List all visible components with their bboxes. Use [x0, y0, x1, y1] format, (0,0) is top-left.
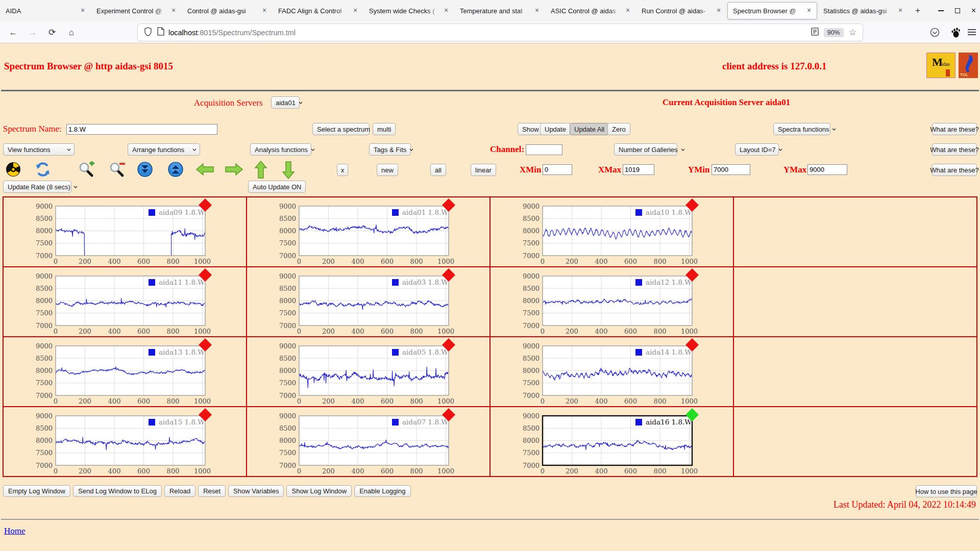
- reload-icon[interactable]: ⟳: [45, 26, 59, 40]
- footer-button-enable-logging[interactable]: Enable Logging: [354, 485, 410, 497]
- chart-cell-aida01[interactable]: 7000750080008500900002004006008001000aid…: [247, 197, 489, 266]
- scroll-down-circle-icon[interactable]: [137, 161, 153, 178]
- footer-button-empty-log-window[interactable]: Empty Log Window: [3, 485, 70, 497]
- url-bar[interactable]: localhost:8015/Spectrum/Spectrum.tml 90%…: [138, 24, 863, 41]
- zoom-out-icon[interactable]: [108, 161, 125, 178]
- tab-close-icon[interactable]: ×: [442, 6, 451, 15]
- browser-tab-3[interactable]: Control @ aidas-gsi×: [182, 2, 272, 19]
- tab-close-icon[interactable]: ×: [804, 6, 814, 15]
- browser-tab-2[interactable]: Experiment Control @×: [91, 2, 181, 19]
- scroll-up-circle-icon[interactable]: [167, 161, 184, 178]
- radiation-icon[interactable]: [5, 161, 21, 178]
- xmax-input[interactable]: [623, 164, 654, 175]
- tab-close-icon[interactable]: ×: [78, 6, 87, 15]
- home-icon[interactable]: ⌂: [64, 26, 79, 40]
- chart-cell-aida03[interactable]: 7000750080008500900002004006008001000aid…: [247, 267, 489, 336]
- tab-close-icon[interactable]: ×: [351, 6, 360, 15]
- window-close-icon[interactable]: ×: [971, 8, 976, 13]
- footer-button-show-variables[interactable]: Show Variables: [228, 485, 284, 497]
- xmin-input[interactable]: [543, 164, 572, 175]
- tab-close-icon[interactable]: ×: [532, 6, 542, 15]
- reader-view-icon[interactable]: [811, 28, 819, 38]
- gnome-foot-icon[interactable]: [950, 27, 961, 40]
- x-axis-button[interactable]: x: [337, 164, 348, 176]
- new-tab-button[interactable]: +: [911, 4, 925, 18]
- chart-cell-aida05[interactable]: 7000750080008500900002004006008001000aid…: [247, 337, 489, 406]
- menu-hamburger-icon[interactable]: [968, 29, 976, 38]
- chart-cell-aida16[interactable]: 7000750080008500900002004006008001000aid…: [491, 407, 733, 476]
- url-text[interactable]: localhost:8015/Spectrum/Spectrum.tml: [168, 29, 296, 37]
- new-button[interactable]: new: [377, 164, 398, 176]
- chart-cell-aida07[interactable]: 7000750080008500900002004006008001000aid…: [247, 407, 489, 476]
- shield-icon[interactable]: [144, 27, 152, 38]
- svg-text:600: 600: [624, 328, 637, 335]
- acquisition-server-select[interactable]: aida01: [271, 96, 300, 109]
- move-up-arrow-icon[interactable]: [254, 161, 271, 177]
- home-link[interactable]: Home: [4, 526, 26, 536]
- forward-icon[interactable]: →: [26, 26, 40, 40]
- browser-tab-5[interactable]: System wide Checks (×: [364, 2, 454, 19]
- how-to-use-button[interactable]: How to use this page: [916, 485, 977, 497]
- select-spectrum-dropdown[interactable]: Select a spectrum: [312, 123, 370, 135]
- ymax-input[interactable]: [807, 164, 847, 175]
- layout-id-dropdown[interactable]: Layout ID=7: [735, 143, 779, 156]
- window-maximize-icon[interactable]: [955, 8, 960, 13]
- show-button[interactable]: Show: [518, 123, 544, 135]
- chart-cell-aida11[interactable]: 7000750080008500900002004006008001000aid…: [4, 267, 246, 336]
- chart-cell-aida15[interactable]: 7000750080008500900002004006008001000aid…: [4, 407, 246, 476]
- what-are-these-button-2[interactable]: What are these?: [932, 143, 977, 156]
- arrange-functions-dropdown[interactable]: Arrange functions: [128, 143, 200, 156]
- bookmark-star-icon[interactable]: ☆: [849, 27, 856, 38]
- tab-close-icon[interactable]: ×: [623, 6, 632, 15]
- footer-button-show-log-window[interactable]: Show Log Window: [286, 485, 352, 497]
- tab-close-icon[interactable]: ×: [169, 6, 178, 15]
- move-right-arrow-icon[interactable]: [225, 163, 241, 179]
- footer-button-reload[interactable]: Reload: [164, 485, 195, 497]
- update-rate-dropdown[interactable]: Update Rate (8 secs): [3, 181, 71, 193]
- browser-tab-8[interactable]: Run Control @ aidas-×: [636, 2, 726, 19]
- update-all-button[interactable]: Update All: [570, 123, 609, 135]
- svg-text:800: 800: [654, 258, 667, 265]
- chart-cell-aida14[interactable]: 7000750080008500900002004006008001000aid…: [491, 337, 733, 406]
- tab-close-icon[interactable]: ×: [260, 6, 269, 15]
- channel-input[interactable]: [526, 144, 562, 155]
- all-button[interactable]: all: [430, 164, 446, 176]
- browser-tab-7[interactable]: ASIC Control @ aidas×: [546, 2, 635, 19]
- spectrum-name-input[interactable]: [66, 124, 217, 135]
- refresh-icon[interactable]: [35, 161, 51, 178]
- chart-cell-aida09[interactable]: 7000750080008500900002004006008001000aid…: [4, 197, 246, 266]
- auto-update-button[interactable]: Auto Update ON: [248, 181, 306, 193]
- ymin-input[interactable]: [712, 164, 750, 175]
- update-button[interactable]: Update: [540, 123, 571, 135]
- chart-cell-aida13[interactable]: 7000750080008500900002004006008001000aid…: [4, 337, 246, 406]
- what-are-these-button-1[interactable]: What are these?: [932, 123, 977, 135]
- move-down-arrow-icon[interactable]: [282, 161, 298, 177]
- page-info-icon[interactable]: [157, 27, 164, 38]
- spectra-functions-dropdown[interactable]: Spectra functions: [773, 123, 830, 135]
- zero-button[interactable]: Zero: [607, 123, 630, 135]
- back-icon[interactable]: ←: [6, 26, 20, 40]
- browser-tab-4[interactable]: FADC Align & Control×: [273, 2, 363, 19]
- number-of-galleries-dropdown[interactable]: Number of Galleries: [614, 143, 677, 156]
- window-minimize-icon[interactable]: [938, 10, 944, 11]
- what-are-these-button-3[interactable]: What are these?: [932, 164, 977, 176]
- zoom-level-badge[interactable]: 90%: [824, 28, 844, 37]
- move-left-arrow-icon[interactable]: [196, 163, 212, 179]
- chart-cell-aida10[interactable]: 7000750080008500900002004006008001000aid…: [491, 197, 733, 266]
- pocket-icon[interactable]: [930, 28, 940, 39]
- view-functions-dropdown[interactable]: View functions: [3, 143, 75, 156]
- analysis-functions-dropdown[interactable]: Analysis functions: [250, 143, 311, 156]
- tags-fits-dropdown[interactable]: Tags & Fits: [369, 143, 411, 156]
- tab-close-icon[interactable]: ×: [714, 6, 723, 15]
- browser-tab-1[interactable]: AIDA×: [1, 2, 90, 19]
- multi-button[interactable]: multi: [373, 123, 396, 135]
- footer-button-reset[interactable]: Reset: [198, 485, 226, 497]
- footer-button-send-log-window-to-elog[interactable]: Send Log Window to ELog: [73, 485, 162, 497]
- linear-button[interactable]: linear: [471, 164, 496, 176]
- browser-tab-6[interactable]: Temperature and stat×: [455, 2, 545, 19]
- chart-cell-aida12[interactable]: 7000750080008500900002004006008001000aid…: [491, 267, 733, 336]
- tab-close-icon[interactable]: ×: [896, 6, 905, 15]
- browser-tab-10[interactable]: Statistics @ aidas-gsi×: [818, 2, 908, 19]
- browser-tab-9[interactable]: Spectrum Browser @×: [727, 2, 817, 19]
- zoom-in-icon[interactable]: [78, 161, 94, 178]
